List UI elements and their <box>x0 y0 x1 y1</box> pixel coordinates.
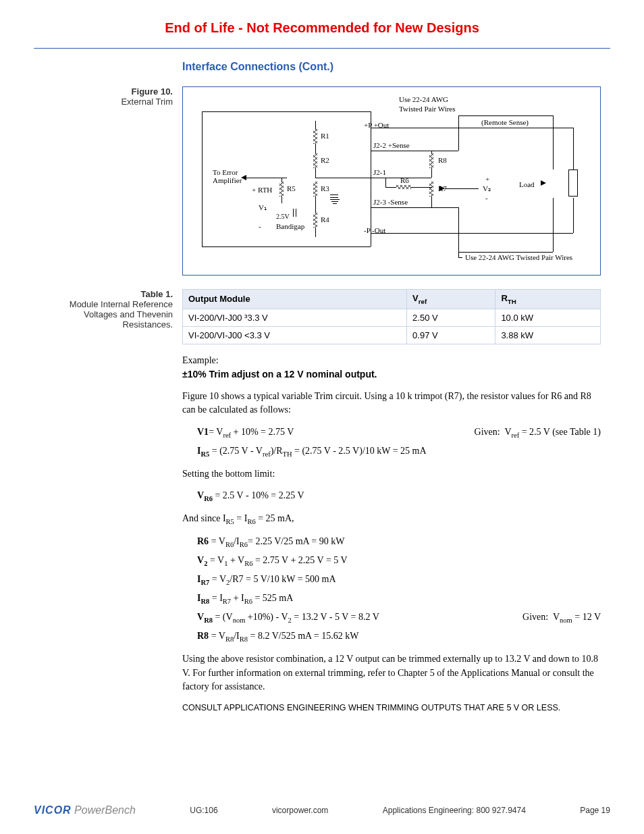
th-vref: Vref <box>407 290 495 309</box>
table-caption-text: Module Internal Reference Voltages and T… <box>70 299 173 330</box>
doc-id: UG:106 <box>190 806 217 815</box>
label-load: Load <box>519 180 535 188</box>
cell: VI-200/VI-J00 <3.3 V <box>183 326 407 344</box>
figure-caption: Figure 10. External Trim <box>34 86 182 107</box>
section-title: Interface Connections (Cont.) <box>182 61 610 73</box>
footer-contact: Applications Engineering: 800 927.9474 <box>383 806 526 815</box>
th-rth: RTH <box>495 290 601 309</box>
label-r2: R2 <box>321 156 329 164</box>
th-module: Output Module <box>183 290 407 309</box>
label-awg-top: Use 22-24 AWG <box>399 95 448 103</box>
label-r6: R6 <box>400 176 409 184</box>
reference-table: Output Module Vref RTH VI-200/VI-J00 ³3.… <box>182 289 601 344</box>
label-r4: R4 <box>321 215 329 224</box>
cell: 10.0 kW <box>495 309 601 326</box>
body-text: Example: ±10% Trim adjust on a 12 V nomi… <box>182 354 601 714</box>
divider <box>34 48 610 49</box>
label-r1: R1 <box>321 132 329 140</box>
label-remote-sense: (Remote Sense) <box>481 118 529 126</box>
label-v2n: - <box>485 194 488 202</box>
label-twisted: Twisted Pair Wires <box>399 105 456 113</box>
example-label: Example: <box>182 355 219 365</box>
eol-banner: End of Life - Not Recommended for New De… <box>34 20 610 36</box>
label-r8: R8 <box>438 156 447 164</box>
consult-note: CONSULT APPLICATIONS ENGINEERING WHEN TR… <box>182 702 601 714</box>
label-rth: + RTH <box>252 186 272 194</box>
cell: VI-200/VI-J00 ³3.3 V <box>183 309 407 326</box>
figure-caption-text: External Trim <box>121 97 173 107</box>
label-v1: V₁ <box>259 203 267 212</box>
cell: 2.50 V <box>407 309 495 326</box>
label-j22: J2-2 +Sense <box>373 141 410 149</box>
label-v2: V₂ <box>483 184 491 193</box>
label-to-error: To Error <box>213 168 238 176</box>
label-v2p: + <box>485 175 489 183</box>
label-j21: J2-1 <box>373 168 386 176</box>
table-row: VI-200/VI-J00 <3.3 V 0.97 V 3.88 kW <box>183 326 601 344</box>
paragraph: Figure 10 shows a typical variable Trim … <box>182 390 601 417</box>
logo-text: VICOR <box>34 804 72 816</box>
page-number: Page 19 <box>580 806 610 815</box>
equation-block: R6 = VR6/IR6= 2.25 V/25 mA = 90 kW V2 = … <box>197 535 601 644</box>
table-label: Table 1. <box>141 289 173 299</box>
page-footer: VICOR PowerBench UG:106 vicorpower.com A… <box>34 804 610 816</box>
vicor-logo: VICOR PowerBench <box>34 804 136 816</box>
table-row: VI-200/VI-J00 ³3.3 V 2.50 V 10.0 kW <box>183 309 601 326</box>
label-bandigap: Bandigap <box>276 222 304 230</box>
paragraph: Setting the bottom limit: <box>182 467 601 481</box>
paragraph: Using the above resistor combination, a … <box>182 652 601 694</box>
figure-label: Figure 10. <box>132 86 173 97</box>
logo-sub: PowerBench <box>72 804 136 816</box>
table-caption: Table 1. Module Internal Reference Volta… <box>34 289 182 330</box>
trim-title: ±10% Trim adjust on a 12 V nominal outpu… <box>182 369 377 380</box>
equation-block: V1= Vref + 10% = 2.75 V Given: Vref = 2.… <box>197 425 601 459</box>
cell: 3.88 kW <box>495 326 601 344</box>
figure-diagram: Use 22-24 AWG Twisted Pair Wires (Remote… <box>182 86 601 276</box>
equation-block: VR6 = 2.5 V - 10% = 2.25 V <box>197 489 601 504</box>
label-r5: R5 <box>287 184 296 192</box>
footer-url: vicorpower.com <box>272 806 328 815</box>
paragraph: And since IR5 = IR6 = 25 mA, <box>182 512 601 527</box>
cell: 0.97 V <box>407 326 495 344</box>
label-j23: J2-3 -Sense <box>373 198 408 206</box>
label-r3: R3 <box>321 184 329 192</box>
label-awg-bot: Use 22-24 AWG Twisted Pair Wires <box>465 253 572 261</box>
label-amplifier: Amplifier <box>213 176 242 184</box>
label-2-5v: 2.5V <box>276 213 290 220</box>
